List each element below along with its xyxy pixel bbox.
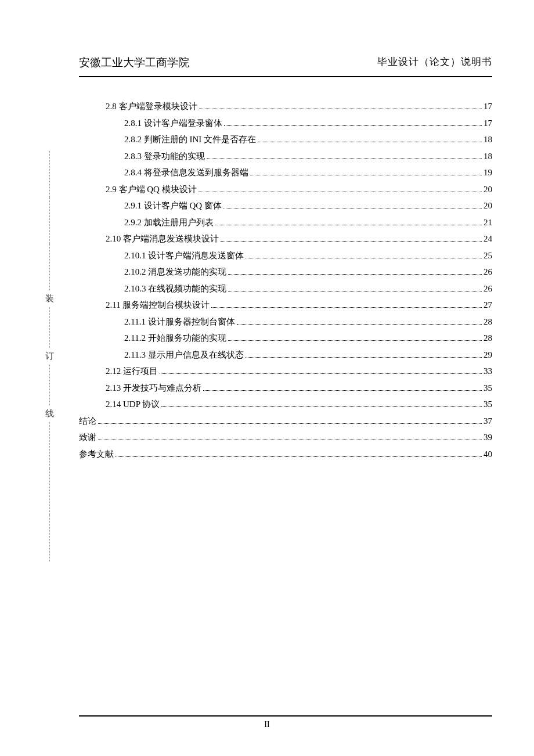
binding-dash — [49, 307, 50, 348]
toc-label: 2.8.2 判断注册的 INI 文件是否存在 — [124, 131, 256, 148]
toc-label: 2.10.2 消息发送功能的实现 — [124, 264, 226, 280]
binding-char-zhuang: 装 — [45, 293, 54, 304]
toc-page-number: 17 — [484, 115, 492, 132]
toc-entry: 2.10.3 在线视频功能的实现26 — [79, 280, 492, 297]
toc-page-number: 18 — [484, 148, 492, 165]
page-header: 安徽工业大学工商学院 毕业设计（论文）说明书 — [79, 55, 492, 76]
toc-entry: 参考文献40 — [79, 446, 492, 463]
toc-page-number: 37 — [484, 413, 492, 430]
toc-entry: 2.8 客户端登录模块设计17 — [79, 98, 492, 115]
binding-dash — [49, 515, 50, 561]
toc-page-number: 24 — [484, 231, 492, 247]
binding-char-xian: 线 — [45, 408, 54, 419]
toc-page-number: 29 — [484, 347, 492, 363]
page-number: II — [0, 720, 534, 729]
toc-page-number: 39 — [484, 429, 492, 446]
toc-entry: 2.8.2 判断注册的 INI 文件是否存在18 — [79, 131, 492, 148]
toc-page-number: 35 — [484, 396, 492, 413]
toc-label: 致谢 — [79, 429, 96, 446]
toc-leader-dots — [207, 159, 482, 159]
toc-entry: 2.14 UDP 协议35 — [79, 396, 492, 413]
toc-leader-dots — [228, 340, 482, 341]
toc-leader-dots — [98, 440, 482, 440]
toc-page-number: 21 — [484, 214, 492, 231]
header-institution: 安徽工业大学工商学院 — [79, 55, 189, 70]
toc-leader-dots — [160, 373, 482, 374]
binding-margin: 装 订 线 — [44, 151, 55, 561]
toc-leader-dots — [258, 142, 482, 142]
page-content: 安徽工业大学工商学院 毕业设计（论文）说明书 2.8 客户端登录模块设计172.… — [79, 55, 492, 462]
toc-entry: 2.10.2 消息发送功能的实现26 — [79, 264, 492, 280]
toc-label: 2.12 运行项目 — [106, 363, 158, 380]
toc-page-number: 28 — [484, 314, 492, 330]
toc-label: 2.13 开发技巧与难点分析 — [106, 380, 201, 397]
toc-page-number: 26 — [484, 280, 492, 297]
toc-leader-dots — [215, 225, 482, 225]
toc-label: 2.8.1 设计客户端登录窗体 — [124, 115, 222, 132]
toc-leader-dots — [246, 357, 482, 358]
footer-rule — [79, 715, 492, 717]
toc-label: 2.8 客户端登录模块设计 — [106, 98, 197, 115]
toc-entry: 2.10 客户端消息发送模块设计24 — [79, 231, 492, 247]
toc-page-number: 35 — [484, 380, 492, 397]
toc-label: 2.14 UDP 协议 — [106, 396, 160, 413]
toc-label: 2.11.1 设计服务器控制台窗体 — [124, 314, 235, 330]
toc-leader-dots — [116, 456, 482, 457]
toc-page-number: 25 — [484, 247, 492, 264]
toc-entry: 2.12 运行项目33 — [79, 363, 492, 380]
toc-entry: 2.9 客户端 QQ 模块设计20 — [79, 181, 492, 198]
toc-label: 2.10 客户端消息发送模块设计 — [106, 231, 219, 247]
toc-page-number: 40 — [484, 446, 492, 463]
table-of-contents: 2.8 客户端登录模块设计172.8.1 设计客户端登录窗体172.8.2 判断… — [79, 98, 492, 462]
toc-leader-dots — [98, 423, 482, 424]
toc-entry: 2.9.1 设计客户端 QQ 窗体20 — [79, 197, 492, 214]
toc-leader-dots — [199, 192, 482, 192]
toc-entry: 2.11.3 显示用户信息及在线状态29 — [79, 347, 492, 363]
binding-dash — [49, 197, 50, 244]
toc-label: 2.9.1 设计客户端 QQ 窗体 — [124, 197, 222, 214]
toc-page-number: 28 — [484, 330, 492, 347]
toc-entry: 2.8.4 将登录信息发送到服务器端19 — [79, 164, 492, 181]
toc-page-number: 27 — [484, 297, 492, 314]
header-doctype: 毕业设计（论文）说明书 — [377, 55, 492, 70]
toc-label: 结论 — [79, 413, 96, 430]
toc-entry: 致谢39 — [79, 429, 492, 446]
toc-leader-dots — [228, 291, 482, 291]
binding-char-ding: 订 — [45, 351, 54, 362]
toc-leader-dots — [246, 258, 482, 258]
toc-page-number: 33 — [484, 363, 492, 380]
toc-leader-dots — [228, 274, 482, 275]
binding-dash — [49, 244, 50, 290]
toc-entry: 2.11.1 设计服务器控制台窗体28 — [79, 314, 492, 330]
toc-label: 2.10.1 设计客户端消息发送窗体 — [124, 247, 244, 264]
header-rule — [79, 76, 492, 77]
binding-dash — [49, 151, 50, 197]
binding-dash — [49, 469, 50, 515]
toc-entry: 2.11.2 开始服务功能的实现28 — [79, 330, 492, 347]
toc-entry: 2.13 开发技巧与难点分析35 — [79, 380, 492, 397]
toc-entry: 2.8.1 设计客户端登录窗体17 — [79, 115, 492, 132]
toc-leader-dots — [161, 406, 482, 407]
toc-label: 2.11.3 显示用户信息及在线状态 — [124, 347, 244, 363]
toc-entry: 结论37 — [79, 413, 492, 430]
toc-entry: 2.11 服务端控制台模块设计27 — [79, 297, 492, 314]
toc-page-number: 20 — [484, 181, 492, 198]
toc-entry: 2.9.2 加载注册用户列表21 — [79, 214, 492, 231]
binding-dash — [49, 422, 50, 469]
toc-label: 参考文献 — [79, 446, 114, 463]
toc-label: 2.8.3 登录功能的实现 — [124, 148, 205, 165]
toc-entry: 2.10.1 设计客户端消息发送窗体25 — [79, 247, 492, 264]
toc-label: 2.11.2 开始服务功能的实现 — [124, 330, 226, 347]
binding-dash — [49, 365, 50, 405]
toc-page-number: 18 — [484, 131, 492, 148]
toc-leader-dots — [250, 175, 482, 175]
toc-page-number: 19 — [484, 164, 492, 181]
toc-leader-dots — [224, 125, 482, 126]
toc-label: 2.8.4 将登录信息发送到服务器端 — [124, 164, 248, 181]
toc-leader-dots — [199, 109, 482, 109]
toc-leader-dots — [203, 390, 482, 391]
toc-leader-dots — [223, 208, 482, 208]
toc-page-number: 20 — [484, 197, 492, 214]
toc-label: 2.9.2 加载注册用户列表 — [124, 214, 214, 231]
toc-leader-dots — [237, 324, 482, 325]
